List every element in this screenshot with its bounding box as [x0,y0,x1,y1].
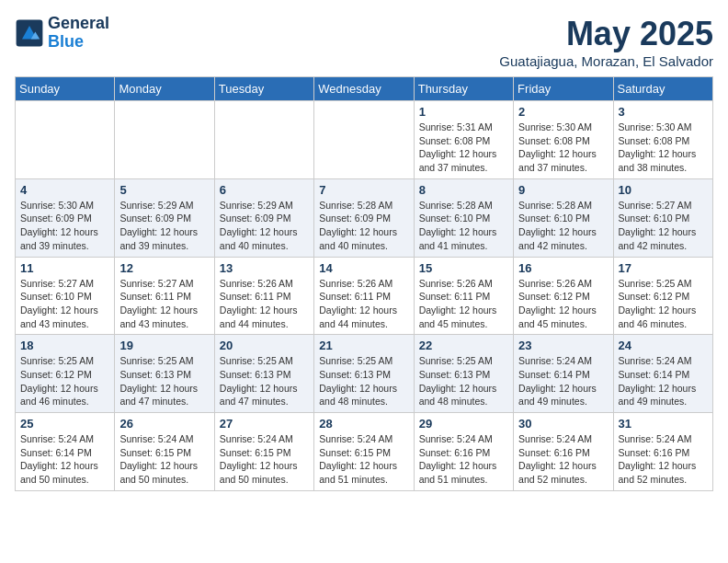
day-info: Sunrise: 5:25 AMSunset: 6:12 PMDaylight:… [20,354,109,408]
day-number: 18 [20,339,109,352]
day-number: 9 [518,183,608,197]
day-info: Sunrise: 5:30 AMSunset: 6:08 PMDaylight:… [518,121,608,175]
week-row-3: 11Sunrise: 5:27 AMSunset: 6:10 PMDayligh… [16,257,713,335]
calendar-cell: 30Sunrise: 5:24 AMSunset: 6:16 PMDayligh… [514,413,613,491]
calendar-cell: 24Sunrise: 5:24 AMSunset: 6:14 PMDayligh… [613,335,712,413]
month-title: May 2025 [499,15,713,53]
week-row-5: 25Sunrise: 5:24 AMSunset: 6:14 PMDayligh… [16,413,713,491]
day-info: Sunrise: 5:28 AMSunset: 6:10 PMDaylight:… [419,199,508,253]
calendar-cell: 1Sunrise: 5:31 AMSunset: 6:08 PMDaylight… [414,101,513,179]
weekday-header-tuesday: Tuesday [214,77,313,101]
calendar-cell: 29Sunrise: 5:24 AMSunset: 6:16 PMDayligh… [414,413,513,491]
calendar-cell: 17Sunrise: 5:25 AMSunset: 6:12 PMDayligh… [613,257,712,335]
calendar-cell [115,101,214,179]
calendar-cell: 11Sunrise: 5:27 AMSunset: 6:10 PMDayligh… [16,257,115,335]
logo-icon [15,18,44,48]
weekday-header-wednesday: Wednesday [314,77,414,101]
day-number: 6 [220,183,309,197]
day-number: 25 [20,417,109,431]
week-row-2: 4Sunrise: 5:30 AMSunset: 6:09 PMDaylight… [16,178,713,257]
day-number: 3 [619,105,708,119]
day-number: 24 [619,339,708,352]
calendar-cell: 27Sunrise: 5:24 AMSunset: 6:15 PMDayligh… [214,413,313,491]
weekday-header-monday: Monday [115,77,214,101]
calendar-cell: 20Sunrise: 5:25 AMSunset: 6:13 PMDayligh… [214,335,313,413]
day-number: 29 [419,417,508,431]
location: Guatajiagua, Morazan, El Salvador [499,53,713,69]
day-number: 28 [319,417,408,431]
day-info: Sunrise: 5:29 AMSunset: 6:09 PMDaylight:… [119,199,209,253]
logo-text: General Blue [48,15,109,52]
day-info: Sunrise: 5:30 AMSunset: 6:09 PMDaylight:… [20,199,109,253]
day-info: Sunrise: 5:24 AMSunset: 6:16 PMDaylight:… [419,432,508,487]
calendar-cell [314,101,414,179]
day-info: Sunrise: 5:24 AMSunset: 6:15 PMDaylight:… [220,432,309,487]
page-header: General Blue May 2025 Guatajiagua, Moraz… [15,15,713,69]
calendar-cell: 6Sunrise: 5:29 AMSunset: 6:09 PMDaylight… [214,178,313,257]
calendar-table: SundayMondayTuesdayWednesdayThursdayFrid… [15,76,713,491]
weekday-header-thursday: Thursday [414,77,513,101]
day-info: Sunrise: 5:27 AMSunset: 6:10 PMDaylight:… [619,199,708,253]
day-info: Sunrise: 5:24 AMSunset: 6:14 PMDaylight:… [20,432,109,487]
calendar-cell: 5Sunrise: 5:29 AMSunset: 6:09 PMDaylight… [115,178,214,257]
calendar-cell: 31Sunrise: 5:24 AMSunset: 6:16 PMDayligh… [613,413,712,491]
weekday-header-sunday: Sunday [16,77,115,101]
day-info: Sunrise: 5:25 AMSunset: 6:13 PMDaylight:… [119,354,209,408]
day-number: 15 [419,261,508,275]
calendar-header-row: SundayMondayTuesdayWednesdayThursdayFrid… [16,77,713,101]
day-number: 4 [20,183,109,197]
day-info: Sunrise: 5:24 AMSunset: 6:14 PMDaylight:… [619,354,708,408]
calendar-cell: 22Sunrise: 5:25 AMSunset: 6:13 PMDayligh… [414,335,513,413]
weekday-header-friday: Friday [514,77,613,101]
logo-line2: Blue [48,32,84,51]
calendar-cell: 2Sunrise: 5:30 AMSunset: 6:08 PMDaylight… [514,101,613,179]
calendar-cell: 8Sunrise: 5:28 AMSunset: 6:10 PMDaylight… [414,178,513,257]
logo: General Blue [15,15,109,52]
day-info: Sunrise: 5:24 AMSunset: 6:16 PMDaylight:… [518,432,608,487]
day-info: Sunrise: 5:26 AMSunset: 6:12 PMDaylight:… [518,277,608,331]
day-info: Sunrise: 5:26 AMSunset: 6:11 PMDaylight:… [419,277,508,331]
day-number: 20 [220,339,309,352]
day-info: Sunrise: 5:26 AMSunset: 6:11 PMDaylight:… [319,277,408,331]
day-number: 14 [319,261,408,275]
day-number: 7 [319,183,408,197]
day-info: Sunrise: 5:24 AMSunset: 6:15 PMDaylight:… [319,432,408,487]
day-number: 30 [518,417,608,431]
calendar-cell: 21Sunrise: 5:25 AMSunset: 6:13 PMDayligh… [314,335,414,413]
day-number: 5 [119,183,209,197]
day-info: Sunrise: 5:25 AMSunset: 6:13 PMDaylight:… [419,354,508,408]
calendar-cell: 23Sunrise: 5:24 AMSunset: 6:14 PMDayligh… [514,335,613,413]
calendar-cell: 19Sunrise: 5:25 AMSunset: 6:13 PMDayligh… [115,335,214,413]
calendar-cell: 16Sunrise: 5:26 AMSunset: 6:12 PMDayligh… [514,257,613,335]
day-info: Sunrise: 5:25 AMSunset: 6:13 PMDaylight:… [319,354,408,408]
day-info: Sunrise: 5:26 AMSunset: 6:11 PMDaylight:… [220,277,309,331]
day-number: 26 [119,417,209,431]
day-number: 11 [20,261,109,275]
day-info: Sunrise: 5:31 AMSunset: 6:08 PMDaylight:… [419,121,508,175]
day-number: 1 [419,105,508,119]
day-number: 8 [419,183,508,197]
day-number: 22 [419,339,508,352]
calendar-cell: 10Sunrise: 5:27 AMSunset: 6:10 PMDayligh… [613,178,712,257]
calendar-cell: 25Sunrise: 5:24 AMSunset: 6:14 PMDayligh… [16,413,115,491]
day-info: Sunrise: 5:30 AMSunset: 6:08 PMDaylight:… [619,121,708,175]
day-number: 13 [220,261,309,275]
day-info: Sunrise: 5:25 AMSunset: 6:12 PMDaylight:… [619,277,708,331]
week-row-1: 1Sunrise: 5:31 AMSunset: 6:08 PMDaylight… [16,101,713,179]
day-number: 16 [518,261,608,275]
day-number: 21 [319,339,408,352]
day-info: Sunrise: 5:28 AMSunset: 6:10 PMDaylight:… [518,199,608,253]
weekday-header-saturday: Saturday [613,77,712,101]
calendar-cell: 13Sunrise: 5:26 AMSunset: 6:11 PMDayligh… [214,257,313,335]
calendar-cell: 14Sunrise: 5:26 AMSunset: 6:11 PMDayligh… [314,257,414,335]
day-number: 17 [619,261,708,275]
calendar-cell [214,101,313,179]
title-block: May 2025 Guatajiagua, Morazan, El Salvad… [499,15,713,69]
day-info: Sunrise: 5:24 AMSunset: 6:15 PMDaylight:… [119,432,209,487]
day-number: 31 [619,417,708,431]
day-number: 12 [119,261,209,275]
calendar-cell: 15Sunrise: 5:26 AMSunset: 6:11 PMDayligh… [414,257,513,335]
day-info: Sunrise: 5:29 AMSunset: 6:09 PMDaylight:… [220,199,309,253]
day-number: 19 [119,339,209,352]
calendar-cell: 7Sunrise: 5:28 AMSunset: 6:09 PMDaylight… [314,178,414,257]
